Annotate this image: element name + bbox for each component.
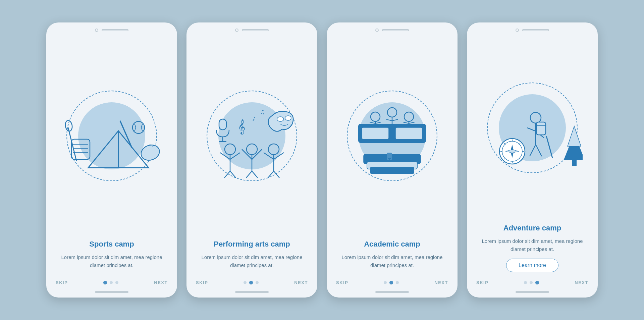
phone-card-academic: Academic camp Lorem ipsum dolor sit dim … bbox=[327, 22, 458, 298]
svg-line-64 bbox=[527, 128, 536, 131]
svg-line-30 bbox=[264, 153, 274, 159]
phone-speaker bbox=[102, 29, 128, 31]
svg-line-28 bbox=[268, 171, 274, 178]
phone-card-sports: Sports camp Lorem ipsum dolor sit dim am… bbox=[46, 22, 177, 298]
svg-point-51 bbox=[387, 108, 397, 117]
svg-rect-32 bbox=[219, 119, 226, 130]
adventure-title: Adventure camp bbox=[477, 223, 588, 233]
sports-dot-1 bbox=[103, 281, 107, 284]
adventure-illustration-area bbox=[467, 35, 598, 220]
svg-point-60 bbox=[530, 112, 541, 123]
performing-next[interactable]: NEXT bbox=[294, 280, 308, 285]
phone-camera-3 bbox=[375, 29, 379, 32]
sports-skip[interactable]: SKIP bbox=[56, 280, 68, 285]
sports-text-area: Sports camp Lorem ipsum dolor sit dim am… bbox=[46, 236, 177, 275]
sports-next[interactable]: NEXT bbox=[154, 280, 168, 285]
svg-line-62 bbox=[530, 145, 536, 156]
svg-line-50 bbox=[409, 122, 415, 123]
adventure-desc: Lorem ipsum dolor sit dim amet, mea regi… bbox=[477, 237, 588, 253]
phone-card-performing: 𝄞 ♪ ♫ Performing arts camp Lorem ipsum d… bbox=[186, 22, 317, 298]
svg-line-17 bbox=[230, 171, 236, 178]
adventure-dot-1 bbox=[524, 281, 527, 284]
phone-card-adventure: Adventure camp Lorem ipsum dolor sit dim… bbox=[467, 22, 598, 298]
performing-nav-bar: SKIP NEXT bbox=[186, 275, 317, 288]
phone-camera-2 bbox=[235, 29, 238, 32]
academic-title: Academic camp bbox=[337, 239, 447, 249]
performing-dot-1 bbox=[244, 281, 247, 284]
sports-desc: Lorem ipsum dolor sit dim amet, mea regi… bbox=[56, 253, 167, 269]
svg-point-20 bbox=[247, 144, 257, 155]
svg-line-8 bbox=[120, 121, 132, 148]
performing-title: Performing arts camp bbox=[197, 239, 307, 249]
adventure-skip[interactable]: SKIP bbox=[476, 280, 488, 285]
performing-dot-2 bbox=[249, 281, 253, 284]
academic-dot-2 bbox=[389, 281, 393, 284]
performing-illustration: 𝄞 ♪ ♫ bbox=[202, 87, 302, 188]
academic-desc: Lorem ipsum dolor sit dim amet, mea regi… bbox=[337, 253, 447, 269]
adventure-illustration bbox=[482, 79, 583, 180]
svg-line-46 bbox=[375, 122, 381, 123]
phone-top-bar-2 bbox=[186, 22, 317, 35]
svg-rect-71 bbox=[572, 159, 577, 166]
academic-skip[interactable]: SKIP bbox=[336, 280, 348, 285]
svg-marker-70 bbox=[568, 126, 581, 146]
academic-next[interactable]: NEXT bbox=[434, 280, 448, 285]
svg-rect-57 bbox=[370, 167, 414, 174]
sports-illustration-area bbox=[46, 35, 177, 236]
svg-rect-42 bbox=[395, 127, 422, 139]
adventure-next[interactable]: NEXT bbox=[575, 280, 588, 285]
phone-speaker-3 bbox=[382, 29, 409, 31]
svg-line-63 bbox=[536, 145, 542, 156]
cards-container: Sports camp Lorem ipsum dolor sit dim am… bbox=[33, 9, 611, 311]
sports-illustration bbox=[61, 87, 162, 188]
adventure-dot-2 bbox=[530, 281, 533, 284]
sports-title: Sports camp bbox=[56, 239, 167, 249]
academic-dots bbox=[384, 281, 399, 284]
academic-text-area: Academic camp Lorem ipsum dolor sit dim … bbox=[327, 236, 458, 275]
svg-rect-2 bbox=[71, 139, 90, 159]
svg-text:♫: ♫ bbox=[260, 108, 265, 115]
phone-speaker-4 bbox=[522, 29, 549, 31]
performing-home-indicator bbox=[235, 291, 269, 293]
academic-dot-1 bbox=[384, 281, 387, 284]
performing-skip[interactable]: SKIP bbox=[196, 280, 208, 285]
phone-speaker-2 bbox=[242, 29, 269, 31]
svg-text:𝄞: 𝄞 bbox=[238, 119, 245, 135]
svg-point-26 bbox=[268, 144, 279, 155]
svg-line-22 bbox=[246, 171, 252, 178]
sports-home-indicator bbox=[95, 291, 128, 293]
svg-line-53 bbox=[386, 119, 392, 121]
phone-top-bar bbox=[46, 22, 177, 35]
adventure-dots bbox=[524, 281, 539, 284]
sports-dot-2 bbox=[110, 281, 113, 284]
sports-dot-3 bbox=[115, 281, 118, 284]
svg-line-19 bbox=[230, 153, 240, 159]
learn-more-button[interactable]: Learn more bbox=[506, 259, 558, 272]
svg-line-68 bbox=[546, 136, 552, 158]
svg-line-18 bbox=[220, 153, 230, 159]
phone-top-bar-3 bbox=[327, 22, 458, 35]
academic-dot-3 bbox=[396, 281, 399, 284]
academic-illustration bbox=[342, 87, 442, 188]
performing-dots bbox=[244, 281, 259, 284]
svg-text:♪: ♪ bbox=[252, 113, 256, 122]
adventure-nav-bar: SKIP NEXT bbox=[467, 275, 598, 288]
svg-line-16 bbox=[224, 171, 230, 178]
svg-rect-41 bbox=[362, 127, 389, 139]
svg-point-9 bbox=[132, 121, 145, 134]
svg-line-45 bbox=[370, 122, 375, 123]
adventure-text-area: Adventure camp Lorem ipsum dolor sit dim… bbox=[467, 220, 598, 275]
sports-nav-bar: SKIP NEXT bbox=[46, 275, 177, 288]
svg-line-23 bbox=[252, 171, 258, 178]
svg-point-39 bbox=[285, 116, 291, 120]
svg-line-49 bbox=[403, 122, 409, 123]
svg-point-14 bbox=[225, 144, 235, 155]
phone-camera bbox=[95, 29, 98, 32]
adventure-home-indicator bbox=[516, 291, 549, 293]
performing-dot-3 bbox=[256, 281, 259, 284]
svg-point-47 bbox=[404, 112, 414, 121]
performing-illustration-area: 𝄞 ♪ ♫ bbox=[186, 35, 317, 236]
svg-point-43 bbox=[371, 112, 380, 121]
svg-rect-66 bbox=[536, 122, 546, 135]
phone-top-bar-4 bbox=[467, 22, 598, 35]
